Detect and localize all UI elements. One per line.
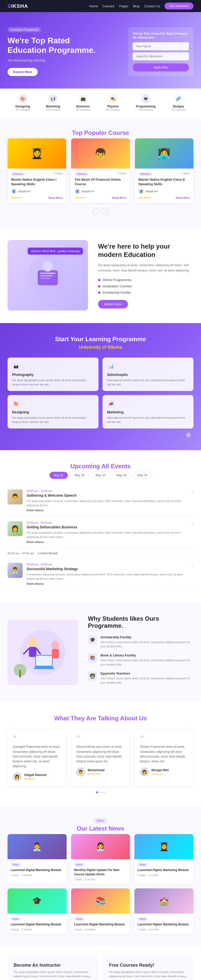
why-feature-desc-0: Join it ting it, lorem ipsum dolor sit a… bbox=[100, 640, 193, 648]
news-meta-views-0: 5 views bbox=[11, 874, 19, 877]
event-author-3: Robin Abena bbox=[27, 582, 188, 585]
news-card-3: 🎓 News Launched Digital Marketing Module… bbox=[8, 888, 66, 934]
scroll-down-icon[interactable]: ▼ bbox=[186, 433, 191, 438]
programs-section: Start Your Learning Programme University… bbox=[0, 323, 201, 450]
programs-grid: 📷 Photography Far away typography lorem … bbox=[8, 358, 193, 428]
why-section: Why Students likes Ours Programme. 🎓 Sch… bbox=[0, 603, 201, 702]
testimonial-1: ❝ Vissunt Moray quis lorem sit amet, con… bbox=[71, 729, 130, 786]
news-card-5: 🏫 News Launched Higher Marketing Module … bbox=[135, 888, 193, 934]
nav-pages[interactable]: Pages bbox=[119, 4, 128, 8]
event-arrow-3[interactable]: › bbox=[192, 563, 193, 568]
course-title-1: Master Native English Class I Speaking S… bbox=[11, 177, 63, 186]
course-stars-3: ★★★★★ bbox=[138, 196, 151, 199]
program-icon-3: 🎨 bbox=[12, 399, 20, 407]
explore-more-button[interactable]: Explore More bbox=[98, 300, 128, 309]
program-icon-2: 📊 bbox=[107, 362, 115, 370]
business-icon: 💼 bbox=[79, 94, 88, 103]
program-card-3: 🎨 Designing Far away typography lorem ip… bbox=[8, 395, 98, 428]
news-title-2: Launched Higher Marketing Module bbox=[138, 868, 190, 872]
t-avatar-2: 👩 bbox=[140, 767, 149, 776]
event-desc-1: Far away typography sil amet, consectetu… bbox=[27, 531, 188, 539]
carousel-next[interactable]: › bbox=[101, 208, 109, 215]
news-title-1: Monthly Digital Update For New Course Up… bbox=[74, 868, 127, 877]
course-read-more-3[interactable]: Read More bbox=[176, 196, 190, 199]
testimonials-title: What They Are Talking About Us bbox=[8, 715, 193, 722]
stat-programming-label: Programming bbox=[136, 105, 155, 108]
event-arrow-1[interactable]: › bbox=[192, 521, 193, 527]
hero-title: We're Top Rated Education Programme. bbox=[8, 36, 103, 55]
course-badge-1: Advance bbox=[11, 172, 25, 176]
news-title: Our Latest News bbox=[8, 825, 193, 832]
svg-rect-15 bbox=[52, 649, 59, 659]
t-dot-2[interactable] bbox=[103, 791, 105, 793]
event-tab-0[interactable]: May 31 bbox=[49, 472, 68, 479]
event-avatar-0: 👨 bbox=[8, 489, 23, 504]
t-stars-1: ★★★★★ bbox=[88, 772, 104, 776]
news-category-0: News bbox=[11, 863, 21, 867]
nav-contact[interactable]: Contact Us bbox=[144, 4, 160, 8]
news-section: News Our Latest News 👨‍💼 News Launched D… bbox=[0, 806, 201, 946]
t-dot-0[interactable] bbox=[96, 791, 98, 793]
event-tab-3[interactable]: May 34 bbox=[112, 472, 131, 479]
event-tab-2[interactable]: May 33 bbox=[91, 472, 109, 479]
nav-home[interactable]: Home bbox=[89, 4, 98, 8]
news-title-3: Launched Digital Marketing Module bbox=[11, 923, 63, 927]
break-label: Lunch Break bbox=[38, 551, 58, 555]
program-icon-1: 📷 bbox=[12, 362, 20, 370]
event-tab-4[interactable]: May 35 bbox=[133, 472, 152, 479]
hero-apply-button[interactable]: Apply Now bbox=[133, 64, 189, 72]
hero-email-input[interactable] bbox=[133, 52, 189, 60]
course-author-avatar-3: 👤 bbox=[138, 188, 144, 194]
course-image-3: 👩‍💻 bbox=[135, 138, 193, 169]
event-title-1: Getting Deliverables Business bbox=[27, 525, 188, 529]
svg-rect-17 bbox=[19, 670, 21, 678]
stat-biology-label: Biolgoy bbox=[171, 105, 185, 108]
news-meta-views-1: 5 views bbox=[74, 878, 82, 881]
course-author-name-3: abigail.em bbox=[146, 190, 158, 193]
testimonial-text-1: Vissunt Moray quis lorem sit amet, conse… bbox=[76, 745, 125, 764]
hero-section: Education Programme We're Top Rated Educ… bbox=[0, 12, 201, 89]
testimonial-dots bbox=[8, 791, 193, 793]
nav-blog[interactable]: Blog bbox=[133, 4, 139, 8]
explore-button[interactable]: Explore More bbox=[8, 68, 38, 76]
course-read-more-2[interactable]: Read More bbox=[112, 196, 126, 199]
program-desc-4: International lorem® ipsum for your educ… bbox=[107, 416, 189, 424]
program-title-4: Marketing bbox=[107, 410, 189, 414]
stat-marketing-label: Marketing bbox=[46, 105, 60, 108]
cta-instructor: Become An Instructor Far away typography… bbox=[8, 956, 98, 980]
news-category-3: News bbox=[11, 917, 21, 921]
svg-rect-3 bbox=[40, 273, 55, 274]
admission-button[interactable]: Site Admission bbox=[165, 3, 193, 10]
hero-name-input[interactable] bbox=[133, 42, 189, 50]
event-desc-0: Far away typography sil amet, consectetu… bbox=[27, 499, 188, 507]
course-card-3: 👩‍💻 Advance 5 Week Master Native English… bbox=[135, 138, 193, 203]
feature-1: Online Programmes bbox=[98, 278, 193, 282]
news-meta-time-2: 5 months bbox=[149, 874, 159, 877]
course-image-1: 👩‍🎓 bbox=[8, 138, 66, 169]
programming-icon: 💻 bbox=[141, 94, 150, 103]
news-category-1: News bbox=[74, 863, 84, 867]
event-item-1: 👩 04:00 pm - 06:00 pm Getting Deliverabl… bbox=[8, 517, 193, 548]
program-card-2: 📊 Saleslooptis International lorem® ipsu… bbox=[103, 358, 193, 391]
t-dot-1[interactable] bbox=[100, 791, 101, 793]
course-read-more-1[interactable]: Read More bbox=[49, 196, 63, 199]
t-avatar-0: 👩 bbox=[13, 772, 22, 781]
event-time-3: 05:00 am - 10:00 am bbox=[27, 563, 188, 566]
news-card-2: 👩‍🎓 News Launched Higher Marketing Modul… bbox=[135, 834, 193, 884]
carousel-prev[interactable]: ‹ bbox=[92, 208, 100, 215]
event-tab-1[interactable]: May 32 bbox=[70, 472, 89, 479]
courses-section: Top Populer Course 👩‍🎓 Advance 5 Week Ma… bbox=[0, 117, 201, 228]
stat-programming: 💻 Programming 10 Courses bbox=[136, 94, 155, 111]
event-arrow-0[interactable]: › bbox=[192, 489, 193, 495]
hero-form-card: Fill Up This Form For Start Process To A… bbox=[128, 27, 193, 76]
t-stars-2: ★★★★☆ bbox=[152, 772, 169, 776]
library-icon: 📚 bbox=[88, 654, 97, 662]
programs-title: Start Your Learning Programme bbox=[8, 336, 193, 343]
news-card-0: 👨‍💼 News Launched Digital Marketing Modu… bbox=[8, 834, 66, 884]
t-stars-0: ★★★★☆ bbox=[24, 777, 47, 781]
stat-biology-count: 14 Courses bbox=[171, 108, 185, 111]
stat-business-label: Business bbox=[76, 105, 90, 108]
nav-courses[interactable]: Courses bbox=[103, 4, 115, 8]
svg-rect-4 bbox=[40, 275, 53, 276]
testimonial-0: ❝ Outraged Praeveniet dolor sit amet, co… bbox=[8, 729, 66, 786]
